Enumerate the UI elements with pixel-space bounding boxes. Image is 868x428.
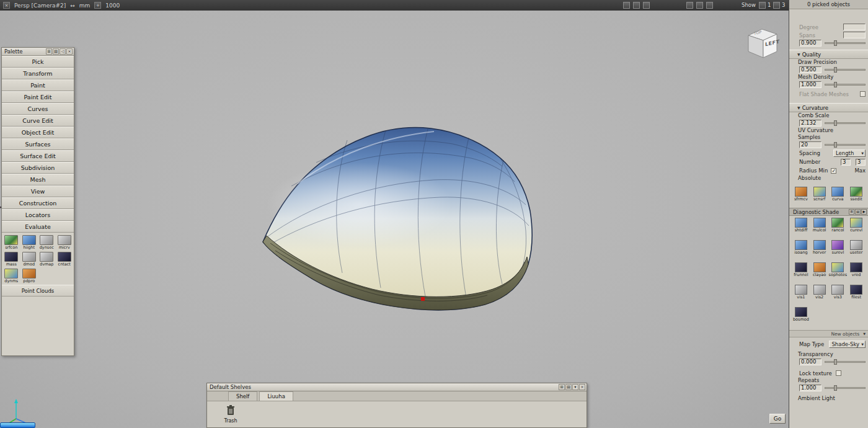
samples-slider[interactable] — [825, 144, 866, 146]
collapse-left-icon[interactable]: ◁ — [60, 48, 66, 55]
minimized-window-bar[interactable] — [0, 422, 35, 428]
palette-tab-object-edit[interactable]: Object Edit — [2, 127, 74, 138]
list-view-icon[interactable]: ▤ — [855, 209, 861, 215]
degree-field[interactable] — [843, 24, 866, 30]
dock-icon[interactable]: ⊞ — [559, 384, 565, 390]
draw-precision-slider[interactable] — [825, 69, 866, 71]
spans-field[interactable] — [843, 32, 866, 38]
go-button[interactable]: Go — [769, 414, 786, 424]
palette-tab-point-clouds[interactable]: Point Clouds — [2, 285, 74, 296]
draw-precision-field[interactable]: 0.500 — [799, 66, 822, 73]
close-icon[interactable]: × — [579, 384, 585, 390]
palette-tab-curves[interactable]: Curves — [2, 103, 74, 115]
render-icon[interactable] — [623, 2, 630, 9]
shade-mulcol[interactable]: mulcol — [810, 218, 829, 239]
tool-dmod[interactable]: dmod — [20, 252, 38, 267]
palette-tab-view[interactable]: View — [2, 185, 74, 197]
number-u-field[interactable]: 3 — [841, 159, 851, 166]
tab-shelf[interactable]: Shelf — [228, 391, 257, 401]
dock-icon[interactable]: ⊞ — [849, 209, 854, 215]
quality-section-header[interactable]: ▼Quality — [789, 50, 868, 59]
samples-field[interactable]: 20 — [799, 141, 822, 148]
tolerance-field[interactable]: 0.900 — [799, 40, 822, 47]
palette-tab-construction[interactable]: Construction — [2, 197, 74, 209]
shade-sophotes[interactable]: sophotes — [829, 262, 848, 283]
palette-tab-surfaces[interactable]: Surfaces — [2, 138, 74, 150]
radius-min-checkbox[interactable]: ✓ — [831, 168, 836, 174]
shade-useter[interactable]: useter — [847, 240, 866, 261]
tool-mass[interactable]: mass — [2, 252, 20, 267]
snap-icon[interactable] — [696, 2, 703, 9]
trash-tool[interactable]: Trash — [217, 404, 244, 427]
lock-texture-checkbox[interactable] — [836, 370, 841, 376]
shade-vis3[interactable]: vis3 — [829, 285, 848, 306]
zoom-icon[interactable] — [643, 2, 650, 9]
shade-surevl[interactable]: surevl — [829, 240, 848, 261]
comb-scale-slider[interactable] — [825, 122, 866, 124]
palette-tab-surface-edit[interactable]: Surface Edit — [2, 150, 74, 162]
palette-tab-mesh[interactable]: Mesh — [2, 174, 74, 185]
shade-filest[interactable]: filest — [847, 285, 866, 306]
tool-ssedit[interactable]: ssedit — [847, 187, 866, 205]
shade-rancol[interactable]: rancol — [829, 218, 848, 239]
shade-clayao[interactable]: clayao — [810, 262, 829, 283]
tool-srfcon[interactable]: srfcon — [2, 235, 20, 250]
show-menu[interactable]: Show — [742, 2, 756, 8]
camera-view-label[interactable]: Persp [Camera#2] — [14, 2, 66, 9]
panels-icon[interactable] — [706, 2, 713, 9]
tolerance-slider[interactable] — [825, 42, 866, 44]
shade-horver[interactable]: horver — [810, 240, 829, 261]
tool-dynsec[interactable]: dynsec — [38, 235, 56, 250]
tool-pdpro[interactable]: pdpro — [20, 269, 38, 283]
tool-micrv[interactable]: micrv — [56, 235, 74, 250]
window-layout-3-icon[interactable] — [773, 2, 780, 9]
palette-tab-locators[interactable]: Locators — [2, 209, 74, 221]
comb-scale-field[interactable]: 2.132 — [799, 120, 822, 127]
palette-tab-curve-edit[interactable]: Curve Edit — [2, 115, 74, 127]
flat-shade-checkbox[interactable] — [860, 91, 866, 97]
shade-shtdiff[interactable]: shtdiff — [792, 218, 810, 239]
transparency-field[interactable]: 0.000 — [799, 359, 822, 365]
list-view-icon[interactable]: ▤ — [53, 48, 59, 55]
palette-tab-pick[interactable]: Pick — [2, 56, 74, 68]
list-view-icon[interactable]: ▤ — [565, 384, 572, 390]
tool-scnsrf[interactable]: scnsrf — [810, 187, 829, 205]
spacing-dropdown[interactable]: Length▼ — [833, 149, 866, 157]
viewcube[interactable]: TOP LEFT — [743, 24, 783, 61]
move-tool-icon[interactable]: + — [94, 2, 101, 9]
palette-tab-paint[interactable]: Paint — [2, 79, 74, 91]
palette-tab-evaluate[interactable]: Evaluate — [2, 221, 74, 233]
shade-frunnel[interactable]: frunnel — [792, 262, 810, 283]
mesh-density-field[interactable]: 1.000 — [799, 81, 822, 88]
tool-hiight[interactable]: hiight — [20, 235, 38, 250]
mirror-housing-model[interactable] — [0, 11, 789, 428]
tool-sfrmcv[interactable]: sfrmcv — [792, 187, 810, 205]
map-type-dropdown[interactable]: Shade-Sky▼ — [829, 341, 866, 348]
number-v-field[interactable]: 3 — [856, 159, 866, 166]
curvature-section-header[interactable]: ▼Curvature — [789, 103, 868, 112]
viewport-3d[interactable]: TOP LEFT Go — [0, 11, 789, 428]
repeats-field[interactable]: 1.000 — [799, 385, 822, 391]
palette-tab-paint-edit[interactable]: Paint Edit — [2, 91, 74, 103]
diagnostic-shade-header[interactable]: Diagnostic Shade ⊞ ▤ ▶ — [789, 208, 868, 216]
layers-icon[interactable] — [633, 2, 640, 9]
shade-vis2[interactable]: vis2 — [810, 285, 829, 306]
transparency-slider[interactable] — [825, 361, 866, 363]
shade-curevl[interactable]: curevl — [847, 218, 866, 239]
palette-tab-transform[interactable]: Transform — [2, 68, 74, 79]
shade-isoang[interactable]: isoang — [792, 240, 810, 261]
expand-right-icon[interactable]: ▶ — [861, 209, 867, 215]
dock-icon[interactable]: ⊞ — [46, 48, 52, 55]
window-layout-1-icon[interactable] — [759, 2, 766, 9]
tool-cntact[interactable]: cntact — [56, 252, 74, 267]
shade-bosmod[interactable]: bosmod — [792, 307, 810, 328]
tool-dynms[interactable]: dynms — [2, 269, 20, 283]
tool-curva[interactable]: curva — [829, 187, 848, 205]
shade-vred[interactable]: vred — [847, 262, 866, 283]
tab-liuuha[interactable]: Liuuha — [259, 391, 293, 401]
tool-dvmap[interactable]: dvmap — [38, 252, 56, 267]
chevron-down-icon[interactable]: ▾ — [572, 384, 578, 390]
palette-tab-subdivision[interactable]: Subdivision — [2, 162, 74, 174]
close-icon[interactable]: × — [66, 48, 73, 55]
window-menu-icon[interactable]: × — [3, 2, 10, 9]
